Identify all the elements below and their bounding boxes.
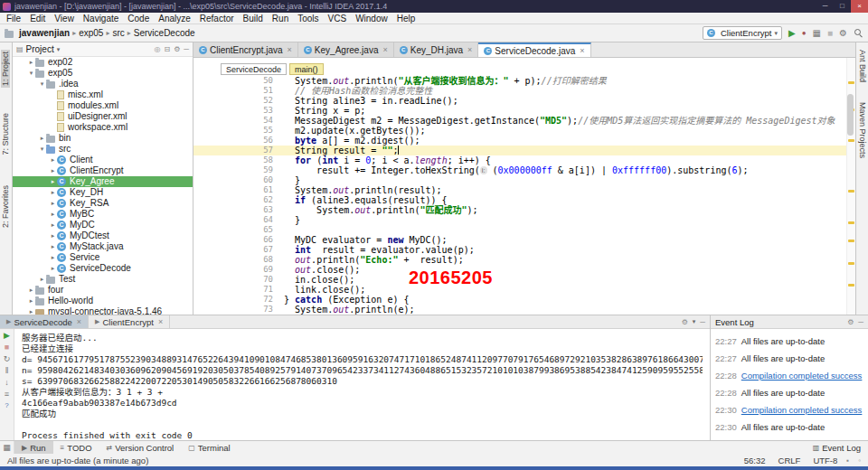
code-line-69[interactable]: 69 out.close(); — [193, 265, 846, 275]
settings-icon[interactable]: ⚙ — [174, 45, 180, 53]
event-link[interactable]: Compilation completed success — [741, 405, 863, 415]
tree-item-key-rsa[interactable]: ▸CKey_RSA — [13, 198, 193, 209]
notifications-icon[interactable]: ◦ — [858, 456, 861, 465]
code-line-65[interactable]: 65 — [193, 225, 846, 235]
menu-navigate[interactable]: Navigate — [79, 13, 123, 24]
code-line-66[interactable]: 66 MyDC evaluator = new MyDC(); — [193, 235, 846, 245]
tree-expand-icon[interactable]: ▸ — [49, 220, 57, 230]
menu-run[interactable]: Run — [268, 13, 293, 24]
code-line-64[interactable]: 64 } — [193, 215, 846, 225]
breadcrumb-item-src[interactable]: src — [112, 28, 124, 38]
tree-expand-icon[interactable]: ▸ — [49, 198, 57, 209]
tree-expand-icon[interactable]: ▸ — [49, 230, 57, 241]
lock-icon[interactable]: ▪ — [846, 456, 849, 465]
tree-item-test[interactable]: ▸Test — [13, 274, 193, 285]
tree-expand-icon[interactable]: ▸ — [49, 176, 57, 187]
tree-item-exp02[interactable]: ▸exp02 — [13, 57, 193, 68]
tree-item-bin[interactable]: ▸bin — [13, 133, 193, 144]
menu-build[interactable]: Build — [239, 13, 268, 24]
tree-item-servicedecode[interactable]: ▸CServiceDecode — [13, 263, 193, 274]
tree-item-client[interactable]: ▸CClient — [13, 155, 193, 165]
editor-tab-key-dh-java[interactable]: CKey_DH.java× — [394, 42, 479, 57]
tree-item-service[interactable]: ▸CService — [13, 252, 193, 263]
soft-wrap-button[interactable]: ≡ — [5, 390, 9, 399]
tree-item-key-dh[interactable]: ▸CKey_DH — [13, 187, 193, 198]
close-tab-icon[interactable]: × — [158, 317, 163, 326]
code-line-63[interactable]: 63 System.out.println("匹配成功"); — [193, 205, 846, 215]
code-line-60[interactable]: 60 } — [193, 175, 846, 185]
tree-item-uidesigner-xml[interactable]: uiDesigner.xml — [13, 111, 193, 122]
code-line-59[interactable]: 59 result += Integer.toHexString(i: (0x0… — [193, 165, 846, 175]
tree-expand-icon[interactable]: ▸ — [27, 296, 35, 306]
tree-item-mydctest[interactable]: ▸CMyDCtest — [13, 230, 193, 241]
warning-stripe-mark[interactable] — [848, 284, 854, 287]
code-line-73[interactable]: 73 System.out.println(e); — [193, 305, 846, 315]
editor-tab-clientencrypt-java[interactable]: CClientEncrypt.java× — [193, 42, 298, 57]
run-config-select[interactable]: C ClientEncrypt ▾ — [703, 26, 782, 40]
locate-file-icon[interactable]: ◎ — [154, 45, 160, 53]
status-56-32[interactable]: 56:32 — [744, 456, 766, 465]
tree-item-mydc[interactable]: ▸CMyDC — [13, 220, 193, 230]
toolwindow-button-version-control[interactable]: ⇄Version Control — [99, 441, 182, 454]
code-line-57[interactable]: 57 String result = ""; — [193, 146, 846, 155]
close-tab-icon[interactable]: × — [382, 45, 387, 54]
toolwindow-button-run[interactable]: ▶Run — [14, 441, 53, 454]
settings-icon[interactable]: ⚙ — [682, 318, 688, 326]
tree-expand-icon[interactable]: ▸ — [49, 165, 57, 176]
tree-collapse-icon[interactable]: ▾ — [38, 144, 46, 155]
run-button[interactable]: ▶ — [788, 29, 796, 38]
warning-stripe-mark[interactable] — [848, 139, 854, 142]
restart-button[interactable]: ↻ — [4, 355, 11, 363]
close-tab-icon[interactable]: × — [288, 45, 292, 54]
tree-expand-icon[interactable]: ▸ — [49, 263, 57, 274]
code-line-53[interactable]: 53 String x = p; — [193, 106, 846, 116]
tree-collapse-icon[interactable]: ▾ — [27, 68, 35, 79]
stop-button[interactable]: ■ — [5, 343, 9, 352]
tree-expand-icon[interactable]: ▸ — [49, 155, 57, 165]
code-line-67[interactable]: 67 int _result = evaluator.value(p); — [193, 245, 846, 255]
tree-item-key-agree[interactable]: ▸CKey_Agree — [13, 176, 193, 187]
run-tab-servicedecode[interactable]: ▶ServiceDecode× — [0, 315, 89, 328]
warning-stripe-mark[interactable] — [848, 240, 854, 242]
tree-item-modules-xml[interactable]: modules.xml — [13, 100, 193, 111]
warning-stripe-mark[interactable] — [848, 190, 854, 193]
editor-scrollbar[interactable] — [847, 94, 854, 136]
tree-expand-icon[interactable]: ▸ — [27, 306, 35, 315]
menu-help[interactable]: Help — [392, 13, 420, 24]
toolwindow-button-event-log[interactable]: ▥Event Log — [806, 441, 868, 454]
menu-file[interactable]: File — [2, 13, 25, 24]
tool-button-project[interactable]: 1: Project — [1, 50, 10, 88]
toolwindow-button-todo[interactable]: ≡TODO — [53, 441, 99, 454]
code-line-55[interactable]: 55 m2.update(x.getBytes()); — [193, 126, 846, 136]
tree-collapse-icon[interactable]: ▾ — [38, 79, 46, 89]
code-line-56[interactable]: 56 byte a[] = m2.digest(); — [193, 136, 846, 146]
code-editor[interactable]: ServiceDecodemain() 50 System.out.printl… — [193, 58, 855, 315]
tree-item-four[interactable]: ▸four — [13, 285, 193, 296]
hide-panel-icon[interactable]: ─ — [858, 318, 863, 326]
warning-stripe-mark[interactable] — [848, 262, 854, 265]
tree-item-mystack-java[interactable]: ▸CMyStack.java — [13, 241, 193, 252]
status-crlf[interactable]: CRLF — [778, 456, 801, 465]
menu-edit[interactable]: Edit — [25, 13, 50, 24]
tree-expand-icon[interactable]: ▸ — [49, 209, 57, 220]
tree-expand-icon[interactable]: ▸ — [49, 252, 57, 263]
minimize-button[interactable]: ─ — [816, 0, 834, 13]
menu-analyze[interactable]: Analyze — [154, 13, 195, 24]
breadcrumb-chip-main[interactable]: main() — [289, 63, 324, 75]
hide-panel-icon[interactable]: ─ — [700, 318, 705, 326]
rerun-button[interactable]: ▶ — [4, 332, 10, 340]
warning-stripe-mark[interactable] — [848, 81, 854, 84]
tree-expand-icon[interactable]: ▸ — [49, 241, 57, 252]
tree-item-mybc[interactable]: ▸CMyBC — [13, 209, 193, 220]
tool-button-favorites[interactable]: 2: Favorites — [1, 185, 10, 228]
stop-button[interactable]: ■ — [827, 29, 833, 38]
editor-tab-key-agree-java[interactable]: CKey_Agree.java× — [298, 42, 394, 57]
menu-code[interactable]: Code — [123, 13, 154, 24]
event-link[interactable]: Compilation completed success — [741, 371, 863, 381]
run-tab-clientencrypt[interactable]: ▶ClientEncrypt× — [89, 315, 170, 328]
help-button[interactable]: ? — [5, 402, 8, 409]
code-line-61[interactable]: 61 System.out.println(result); — [193, 185, 846, 195]
tree-item-clientencrypt[interactable]: ▸CClientEncrypt — [13, 165, 193, 176]
editor-tab-servicedecode-java[interactable]: CServiceDecode.java× — [478, 42, 590, 57]
tree-item-mysql-connector-java-5-1-46[interactable]: ▸mysql-connector-java-5.1.46 — [13, 306, 193, 315]
